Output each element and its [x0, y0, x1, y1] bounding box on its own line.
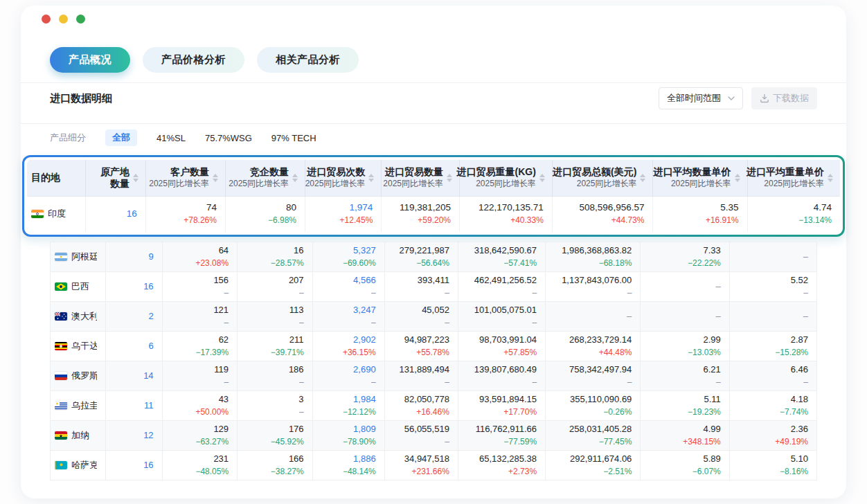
metric-cell-2[interactable]: 3,247– — [312, 302, 384, 332]
filter-options: 全部41%SL75.7%WSG97% TECH — [105, 129, 316, 146]
metric-cell-2[interactable]: 4,566– — [312, 272, 384, 302]
metric-cell-6: 7.33−22.22% — [641, 242, 729, 272]
growth-rate: −69.60% — [343, 258, 376, 269]
country-name: 哈萨克斯坦 — [71, 459, 97, 471]
maximize-window-icon[interactable] — [76, 15, 85, 24]
metric-value: 156 — [213, 275, 229, 286]
metric-cell-4: 122,170,135.71+40.33% — [460, 196, 553, 232]
growth-rate: −15.28% — [775, 347, 808, 358]
metric-cell-2[interactable]: 2,902+36.15% — [312, 332, 384, 361]
metric-cell-4: 462,491,256.52– — [458, 272, 545, 302]
growth-rate: – — [371, 377, 376, 388]
growth-rate: – — [627, 287, 632, 298]
filter-option-41-sl[interactable]: 41%SL — [157, 133, 186, 143]
metric-value: 1,986,368,863.82 — [562, 245, 632, 256]
destination-cell: 俄罗斯 — [51, 361, 106, 391]
sort-icon[interactable] — [735, 174, 740, 182]
metric-value: 119 — [214, 364, 229, 375]
metric-value: 101,005,075.01 — [474, 305, 537, 316]
sort-icon[interactable] — [447, 174, 452, 182]
metric-value: 4.18 — [791, 394, 808, 405]
filter-option-all[interactable]: 全部 — [105, 129, 137, 146]
tab-price-analysis[interactable]: 产品价格分析 — [143, 47, 244, 73]
minimize-window-icon[interactable] — [59, 15, 68, 24]
origin-count-cell[interactable]: 6 — [105, 332, 162, 361]
column-header-9[interactable]: 进口平均重量单价2025同比增长率 — [747, 160, 840, 196]
sort-icon[interactable] — [828, 174, 833, 182]
filter-option-75-7-wsg[interactable]: 75.7%WSG — [205, 133, 252, 143]
metric-cell-2[interactable]: 1,809−78.90% — [312, 421, 384, 451]
section-header: 进口数据明细 全部时间范围 下载数据 — [21, 83, 846, 114]
metric-cell-7: 6.46– — [729, 361, 816, 391]
sort-icon[interactable] — [292, 174, 298, 182]
column-header-7[interactable]: 进口贸易总额(美元)2025同比增长率 — [552, 160, 653, 196]
metric-cell-2[interactable]: 5,327−69.60% — [312, 242, 384, 272]
metric-value: 56,055,519 — [404, 424, 449, 435]
column-header-3[interactable]: 竞企数量2025同比增长率 — [225, 160, 305, 196]
metric-cell-2[interactable]: 2,690– — [312, 361, 384, 391]
column-title: 原产地 — [100, 166, 129, 178]
tab-product-overview[interactable]: 产品概况 — [50, 47, 130, 73]
column-title: 进口贸易重量(KG) — [457, 166, 536, 178]
growth-rate: – — [299, 377, 304, 388]
metric-cell-5: 355,110,090.69−0.26% — [546, 391, 641, 421]
sort-icon[interactable] — [368, 174, 374, 182]
metric-value: 268,233,729.14 — [569, 334, 632, 345]
metric-cell-4: 93,591,894.15+17.70% — [458, 391, 545, 421]
origin-count-cell[interactable]: 16 — [86, 196, 146, 232]
origin-count-cell[interactable]: 14 — [105, 361, 162, 391]
sort-icon[interactable] — [133, 174, 138, 182]
column-header-4[interactable]: 进口贸易次数2025同比增长率 — [305, 160, 381, 196]
metric-cell-2[interactable]: 1,974+12.45% — [305, 196, 381, 232]
growth-rate: −45.92% — [271, 436, 304, 447]
metric-value: 94,987,223 — [404, 334, 449, 345]
metric-value: 3 — [298, 394, 303, 405]
chevron-down-icon — [728, 96, 735, 100]
metric-value: 462,491,256.52 — [474, 275, 537, 286]
destination-cell: 印度 — [27, 196, 86, 232]
growth-rate: −57.41% — [503, 258, 537, 269]
metric-cell-6: 5.11−19.23% — [641, 391, 729, 421]
growth-rate: – — [716, 377, 721, 388]
column-header-6[interactable]: 进口贸易重量(KG)2025同比增长率 — [460, 160, 553, 196]
column-header-5[interactable]: 进口贸易数量2025同比增长率 — [382, 160, 460, 196]
growth-rate: −12.12% — [343, 406, 376, 417]
column-header-8[interactable]: 进口平均数量单价2025同比增长率 — [653, 160, 747, 196]
origin-count-cell[interactable]: 11 — [105, 391, 162, 421]
sort-icon[interactable] — [640, 174, 645, 182]
metric-cell-2[interactable]: 1,984−12.12% — [312, 391, 384, 421]
time-range-select[interactable]: 全部时间范围 — [659, 87, 743, 109]
column-subtitle: 2025同比增长率 — [149, 178, 209, 190]
metric-value: 5.35 — [720, 202, 738, 213]
metric-cell-6: 4.99+348.15% — [641, 421, 729, 451]
origin-count-cell[interactable]: 12 — [105, 421, 162, 451]
table-row-br: 巴西16156–207–4,566–393,411–462,491,256.52… — [51, 272, 817, 302]
sort-icon[interactable] — [213, 174, 218, 182]
metric-value: 508,596,956.57 — [580, 202, 645, 213]
sort-icon[interactable] — [539, 174, 545, 182]
metric-cell-2[interactable]: 1,886−48.14% — [312, 451, 384, 480]
origin-count-cell[interactable]: 16 — [105, 451, 162, 480]
metric-value: 186 — [289, 364, 304, 375]
growth-rate: – — [445, 287, 449, 298]
metric-cell-4: 116,762,911.66−77.59% — [458, 421, 545, 451]
growth-rate: – — [532, 317, 537, 328]
metric-value: 2.87 — [791, 334, 808, 345]
origin-count-cell[interactable]: 2 — [105, 302, 162, 332]
column-header-2[interactable]: 客户数量2025同比增长率 — [145, 160, 225, 196]
metric-cell-1: 176−45.92% — [238, 421, 312, 451]
tab-related-products[interactable]: 相关产品分析 — [257, 47, 359, 73]
growth-rate: +40.33% — [510, 215, 544, 226]
origin-count-cell[interactable]: 16 — [105, 272, 162, 302]
close-window-icon[interactable] — [42, 15, 51, 24]
metric-value: 64 — [219, 245, 229, 256]
origin-count-cell[interactable]: 9 — [105, 242, 162, 272]
download-data-button[interactable]: 下载数据 — [751, 87, 817, 109]
filter-option-97-tech[interactable]: 97% TECH — [271, 133, 316, 143]
growth-rate: +231.66% — [412, 466, 449, 477]
column-header-1[interactable]: 原产地数量 — [86, 160, 146, 196]
metric-cell-7: 5.52– — [729, 272, 816, 302]
country-name: 俄罗斯 — [71, 370, 97, 382]
country-name: 阿根廷 — [71, 251, 97, 263]
table-controls: 全部时间范围 下载数据 — [659, 87, 817, 109]
